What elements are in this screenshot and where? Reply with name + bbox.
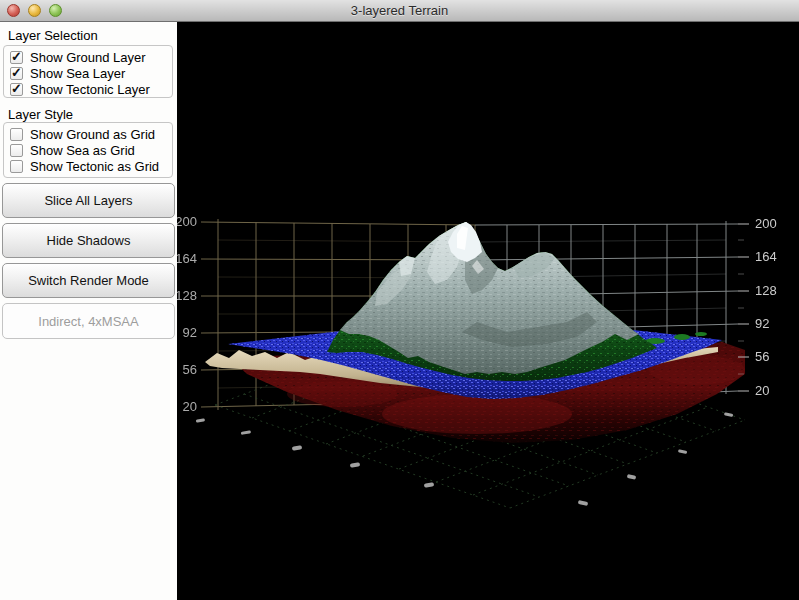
svg-text:200: 200 xyxy=(755,216,777,231)
app-window: 3-layered Terrain Layer Selection ✓ Show… xyxy=(0,0,799,600)
svg-text:92: 92 xyxy=(755,316,769,331)
sidebar: Layer Selection ✓ Show Ground Layer ✓ Sh… xyxy=(0,22,177,600)
checkbox-box[interactable] xyxy=(10,144,23,157)
layer-style-group: Show Ground as Grid Show Sea as Grid Sho… xyxy=(3,122,173,178)
terrain-scene: 200 164 128 92 56 20 xyxy=(177,22,799,600)
svg-text:92: 92 xyxy=(183,325,197,340)
checkbox-show-ground-layer[interactable]: ✓ Show Ground Layer xyxy=(10,49,172,65)
titlebar[interactable]: 3-layered Terrain xyxy=(0,0,799,22)
svg-text:128: 128 xyxy=(755,283,777,298)
svg-text:164: 164 xyxy=(755,249,777,264)
window-title: 3-layered Terrain xyxy=(351,3,448,18)
axis-right-labels: 200 164 128 92 56 20 xyxy=(755,216,777,398)
checkbox-label: Show Sea as Grid xyxy=(30,143,135,158)
slice-all-layers-button[interactable]: Slice All Layers xyxy=(2,183,175,218)
axis-left-labels: 200 164 128 92 56 20 xyxy=(177,214,197,414)
checkmark-icon: ✓ xyxy=(11,83,22,94)
checkbox-show-ground-as-grid[interactable]: Show Ground as Grid xyxy=(10,126,172,142)
checkbox-label: Show Tectonic Layer xyxy=(30,82,150,97)
layer-selection-heading: Layer Selection xyxy=(8,28,98,43)
checkbox-show-tectonic-layer[interactable]: ✓ Show Tectonic Layer xyxy=(10,81,172,97)
checkbox-label: Show Tectonic as Grid xyxy=(30,159,159,174)
terrain-3d-viewport[interactable]: 200 164 128 92 56 20 xyxy=(177,22,799,600)
checkbox-box[interactable]: ✓ xyxy=(10,67,23,80)
layer-style-heading: Layer Style xyxy=(8,107,73,122)
checkbox-box[interactable] xyxy=(10,160,23,173)
svg-text:20: 20 xyxy=(755,383,769,398)
checkbox-box[interactable]: ✓ xyxy=(10,83,23,96)
switch-render-mode-button[interactable]: Switch Render Mode xyxy=(2,263,175,298)
checkbox-box[interactable]: ✓ xyxy=(10,51,23,64)
layer-selection-group: ✓ Show Ground Layer ✓ Show Sea Layer ✓ S… xyxy=(3,45,173,98)
svg-text:200: 200 xyxy=(177,214,197,229)
svg-text:56: 56 xyxy=(755,349,769,364)
svg-text:56: 56 xyxy=(183,362,197,377)
render-mode-status: Indirect, 4xMSAA xyxy=(2,303,175,339)
close-button[interactable] xyxy=(7,4,20,17)
checkbox-label: Show Ground as Grid xyxy=(30,127,155,142)
checkbox-label: Show Sea Layer xyxy=(30,66,125,81)
minimize-button[interactable] xyxy=(28,4,41,17)
checkmark-icon: ✓ xyxy=(11,67,22,78)
checkbox-show-tectonic-as-grid[interactable]: Show Tectonic as Grid xyxy=(10,158,172,174)
svg-text:128: 128 xyxy=(177,288,197,303)
checkbox-show-sea-as-grid[interactable]: Show Sea as Grid xyxy=(10,142,172,158)
svg-text:20: 20 xyxy=(183,399,197,414)
traffic-lights xyxy=(7,4,62,17)
checkbox-show-sea-layer[interactable]: ✓ Show Sea Layer xyxy=(10,65,172,81)
checkbox-label: Show Ground Layer xyxy=(30,50,146,65)
svg-text:164: 164 xyxy=(177,251,197,266)
zoom-button[interactable] xyxy=(49,4,62,17)
hide-shadows-button[interactable]: Hide Shadows xyxy=(2,223,175,258)
checkmark-icon: ✓ xyxy=(11,51,22,62)
checkbox-box[interactable] xyxy=(10,128,23,141)
